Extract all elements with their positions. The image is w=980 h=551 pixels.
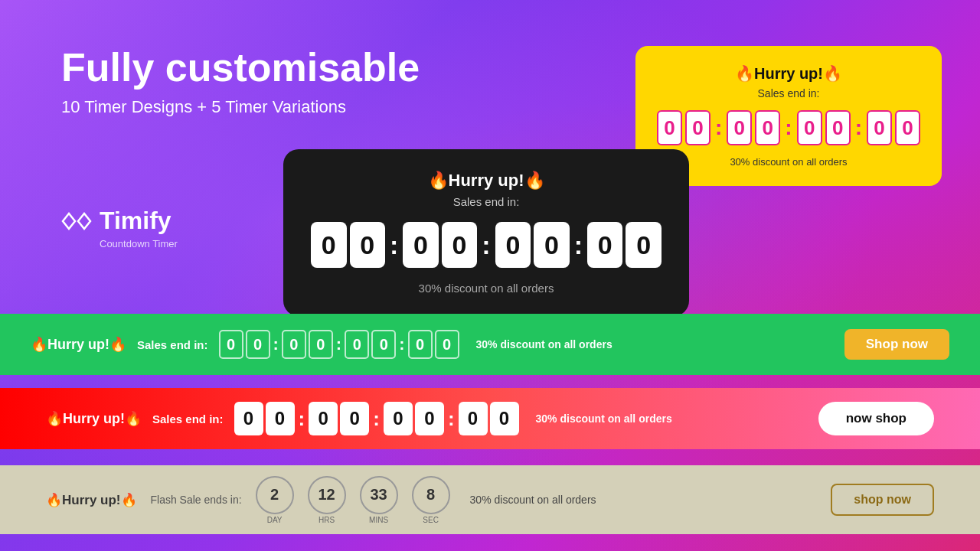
green-digit-3: 0 — [282, 330, 306, 359]
dark-card: 🔥Hurry up!🔥 Sales end in: 0 0 : 0 0 : 0 … — [283, 149, 689, 316]
green-digit-4: 0 — [309, 330, 333, 359]
yellow-timer-row: 0 0 : 0 0 : 0 0 : 0 0 — [657, 110, 920, 145]
dark-colon-2: : — [482, 230, 490, 260]
yellow-colon-3: : — [855, 116, 862, 140]
dark-sales-end: Sales end in: — [311, 195, 662, 208]
logo-icon — [61, 210, 92, 232]
yellow-digit-7: 0 — [867, 110, 892, 145]
red-digit-6: 0 — [415, 402, 444, 435]
beige-banner: 🔥Hurry up!🔥 Flash Sale ends in: 2 Day 12… — [0, 465, 980, 534]
green-digit-8: 0 — [435, 330, 459, 359]
beige-circle-sec-num: 8 — [412, 476, 450, 514]
dark-colon-1: : — [390, 230, 398, 260]
green-colon-2: : — [336, 334, 341, 354]
beige-circle-day-label: Day — [267, 516, 283, 524]
green-sales-end: Sales end in: — [137, 338, 208, 351]
dark-hurry-title: 🔥Hurry up!🔥 — [311, 171, 662, 191]
logo-row: Timify — [61, 207, 172, 235]
yellow-discount: 30% discount on all orders — [657, 156, 920, 168]
yellow-digit-4: 0 — [755, 110, 780, 145]
beige-circle-sec: 8 SEC — [412, 476, 450, 524]
green-hurry-text: 🔥Hurry up!🔥 — [31, 336, 126, 353]
red-digit-8: 0 — [490, 402, 519, 435]
beige-shop-now-button[interactable]: shop now — [831, 484, 934, 516]
beige-circle-hrs-num: 12 — [308, 476, 346, 514]
red-digit-2: 0 — [266, 402, 295, 435]
hero-subtitle: 10 Timer Designs + 5 Timer Variations — [61, 97, 420, 117]
yellow-digit-6: 0 — [825, 110, 851, 145]
beige-circle-sec-label: SEC — [423, 516, 439, 524]
red-digit-7: 0 — [459, 402, 488, 435]
dark-digit-2: 0 — [350, 222, 386, 268]
dark-discount: 30% discount on all orders — [311, 282, 662, 295]
green-timer-row: 0 0 : 0 0 : 0 0 : 0 0 — [219, 330, 459, 359]
dark-digit-4: 0 — [442, 222, 478, 268]
red-discount: 30% discount on all orders — [536, 412, 672, 425]
green-digit-6: 0 — [371, 330, 396, 359]
yellow-colon-1: : — [715, 116, 722, 140]
red-digit-1: 0 — [234, 402, 263, 435]
green-digit-1: 0 — [219, 330, 243, 359]
beige-circle-mins-num: 33 — [360, 476, 398, 514]
logo-tagline: Countdown Timer — [100, 238, 178, 249]
red-timer-row: 0 0 : 0 0 : 0 0 : 0 0 — [234, 402, 519, 435]
dark-digit-7: 0 — [587, 222, 623, 268]
yellow-colon-2: : — [785, 116, 792, 140]
red-colon-2: : — [373, 407, 380, 431]
green-discount: 30% discount on all orders — [476, 338, 612, 350]
dark-colon-3: : — [574, 230, 583, 260]
yellow-digit-1: 0 — [657, 110, 682, 145]
yellow-digit-5: 0 — [797, 110, 822, 145]
dark-digit-5: 0 — [495, 222, 531, 268]
red-digit-5: 0 — [384, 402, 413, 435]
red-colon-3: : — [448, 407, 455, 431]
green-banner: 🔥Hurry up!🔥 Sales end in: 0 0 : 0 0 : 0 … — [0, 314, 980, 375]
green-colon-1: : — [273, 334, 279, 354]
hero-title: Fully customisable — [61, 46, 420, 90]
green-digit-2: 0 — [246, 330, 270, 359]
red-hurry-text: 🔥Hurry up!🔥 — [46, 410, 142, 427]
yellow-digit-2: 0 — [685, 110, 710, 145]
dark-digit-1: 0 — [311, 222, 347, 268]
green-digit-7: 0 — [408, 330, 433, 359]
beige-circle-mins-label: Mins — [369, 516, 388, 524]
beige-hurry-text: 🔥Hurry up!🔥 — [46, 492, 137, 508]
green-shop-now-button[interactable]: Shop now — [844, 329, 949, 360]
red-shop-now-button[interactable]: now shop — [818, 402, 934, 435]
logo-name: Timify — [100, 207, 172, 235]
yellow-digit-8: 0 — [895, 110, 920, 145]
beige-flash-sale: Flash Sale ends in: — [151, 494, 242, 506]
beige-circle-day-num: 2 — [256, 476, 294, 514]
yellow-hurry-title: 🔥Hurry up!🔥 — [657, 64, 920, 83]
dark-digit-3: 0 — [403, 222, 439, 268]
dark-timer-row: 0 0 : 0 0 : 0 0 : 0 0 — [311, 222, 662, 268]
red-digit-4: 0 — [340, 402, 369, 435]
green-digit-5: 0 — [345, 330, 369, 359]
beige-circle-hrs: 12 HRS — [308, 476, 346, 524]
beige-circle-hrs-label: HRS — [318, 516, 335, 524]
red-digit-3: 0 — [309, 402, 338, 435]
hero-section: Fully customisable 10 Timer Designs + 5 … — [61, 46, 420, 117]
red-colon-1: : — [299, 407, 305, 431]
green-colon-3: : — [399, 334, 404, 354]
dark-digit-6: 0 — [534, 222, 570, 268]
beige-discount: 30% discount on all orders — [470, 494, 596, 506]
yellow-sales-end: Sales end in: — [657, 87, 920, 99]
red-banner: 🔥Hurry up!🔥 Sales end in: 0 0 : 0 0 : 0 … — [0, 388, 980, 449]
dark-digit-8: 0 — [626, 222, 662, 268]
logo-section: Timify Countdown Timer — [61, 207, 178, 249]
red-sales-end: Sales end in: — [152, 412, 224, 425]
beige-circle-mins: 33 Mins — [360, 476, 398, 524]
yellow-digit-3: 0 — [727, 110, 752, 145]
beige-circle-day: 2 Day — [256, 476, 294, 524]
